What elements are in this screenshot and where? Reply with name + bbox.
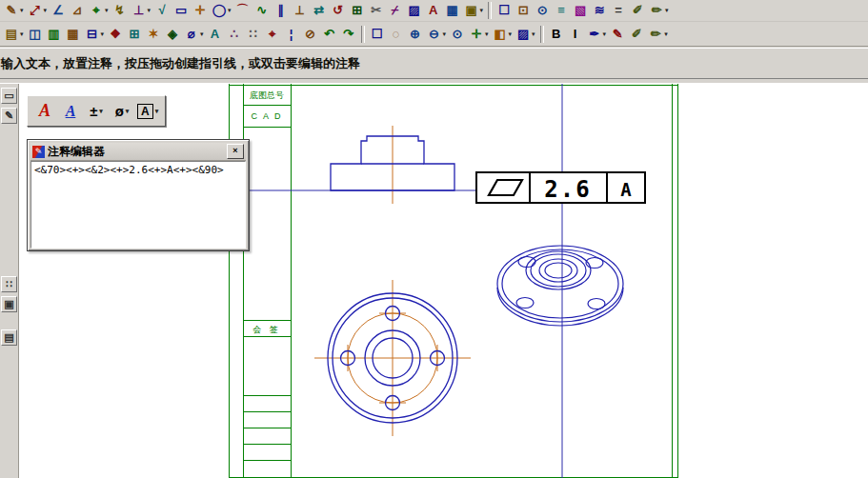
chevron-down-icon[interactable]: ▾ bbox=[148, 7, 151, 14]
chevron-down-icon[interactable]: ▾ bbox=[20, 7, 24, 14]
datum-symbol-icon[interactable]: ⊥ ▾ bbox=[130, 0, 153, 21]
spline-tool-icon[interactable]: ∿ bbox=[252, 0, 272, 21]
flange-axonometric-view[interactable] bbox=[497, 246, 623, 326]
perpendicular-line-icon[interactable]: ⟂ bbox=[291, 0, 310, 21]
bold-icon[interactable]: B bbox=[547, 24, 566, 45]
chevron-down-icon[interactable]: ▾ bbox=[155, 108, 159, 115]
point-style-icon[interactable]: ∴ bbox=[225, 24, 244, 45]
zoom-all-icon[interactable]: ⊙ bbox=[533, 0, 552, 21]
zoom-extents-icon[interactable]: ⊙ bbox=[448, 24, 467, 45]
pick-box-icon[interactable]: ◌ bbox=[387, 24, 406, 45]
snap-toggle-icon[interactable]: ⌖ bbox=[263, 24, 282, 45]
smart-dimension-icon[interactable]: ⤢ ▾ bbox=[26, 0, 50, 21]
explode-icon[interactable]: ✶ bbox=[144, 24, 163, 45]
chevron-down-icon[interactable]: ▾ bbox=[200, 30, 204, 38]
text-compose-tool[interactable]: A bbox=[34, 100, 55, 122]
erase-tool-icon[interactable]: ⊘ bbox=[301, 24, 320, 45]
grid-toggle-icon[interactable]: ∷ bbox=[244, 24, 263, 45]
chevron-down-icon[interactable]: ▾ bbox=[485, 30, 489, 38]
fill-color-icon[interactable]: ◧ ▾ bbox=[491, 24, 515, 45]
rotate-tool-icon[interactable]: ↺ bbox=[329, 0, 348, 21]
mirror-tool-icon[interactable]: ⇄ bbox=[310, 0, 329, 21]
layers-icon[interactable]: ≡ bbox=[552, 0, 571, 21]
ink-color-icon[interactable]: ✒ ▾ bbox=[585, 24, 609, 45]
chamfer-dimension-icon[interactable]: ⊿ bbox=[68, 0, 87, 21]
angle-dimension-icon[interactable]: ∠ bbox=[49, 0, 68, 21]
chevron-down-icon[interactable]: ▾ bbox=[665, 7, 669, 14]
chevron-down-icon[interactable]: ▾ bbox=[44, 7, 48, 14]
redo-icon[interactable]: ↷ bbox=[339, 24, 358, 45]
break-tool-icon[interactable]: ⌿ bbox=[386, 0, 405, 21]
highlight-pen-icon[interactable]: ✎ bbox=[608, 24, 627, 45]
leader-annotation-icon[interactable]: ↯ bbox=[111, 0, 130, 21]
center-mark-icon[interactable]: ✛ bbox=[191, 0, 210, 21]
insert-diameter-tool[interactable]: ø ▾ bbox=[111, 100, 132, 122]
italic-icon[interactable]: I bbox=[566, 24, 585, 45]
side-grid-tool-icon[interactable]: ∷ bbox=[1, 276, 17, 292]
linewidth-icon[interactable]: = bbox=[609, 0, 628, 21]
insert-plusminus-tool[interactable]: ± ▾ bbox=[86, 100, 107, 122]
table-tool-icon[interactable]: ▦ bbox=[443, 0, 462, 21]
chevron-down-icon[interactable]: ▾ bbox=[480, 7, 484, 14]
select-window-icon[interactable]: ☐ bbox=[495, 0, 514, 21]
chevron-down-icon[interactable]: ▾ bbox=[603, 30, 607, 38]
arc-tool-icon[interactable]: ⌒ bbox=[233, 0, 252, 21]
symbol-library-icon[interactable]: ❖ bbox=[106, 24, 125, 45]
hatch-tool-icon[interactable]: ▨ bbox=[405, 0, 424, 21]
side-select-tool-icon[interactable]: ▭ bbox=[1, 88, 17, 104]
dialog-titlebar[interactable]: ✎ 注释编辑器 × bbox=[30, 143, 246, 161]
chevron-down-icon[interactable]: ▾ bbox=[509, 30, 513, 38]
chevron-down-icon[interactable]: ▾ bbox=[99, 108, 103, 115]
toolbar-button-icon: ✎ bbox=[610, 27, 625, 42]
select-filter-icon[interactable]: ☐ bbox=[368, 24, 387, 45]
undo-icon[interactable]: ↶ bbox=[320, 24, 339, 45]
gdt-feature-control-frame[interactable]: 2.6 A bbox=[476, 172, 645, 203]
chevron-down-icon[interactable]: ▾ bbox=[664, 30, 668, 38]
dimension-style-icon[interactable]: ⌀ ▾ bbox=[182, 24, 206, 45]
title-block-icon[interactable]: ▥ bbox=[45, 24, 64, 45]
open-sheet-icon[interactable]: ▤ ▾ bbox=[2, 24, 26, 45]
linetype-icon[interactable]: ≋ bbox=[590, 0, 609, 21]
brush-icon[interactable]: ✐ bbox=[627, 24, 646, 45]
side-sheet-tool-icon[interactable]: ▤ bbox=[1, 329, 17, 346]
chevron-down-icon[interactable]: ▾ bbox=[532, 30, 535, 38]
chevron-down-icon[interactable]: ▾ bbox=[105, 7, 109, 14]
trim-tool-icon[interactable]: ✂ bbox=[367, 0, 386, 21]
array-tool-icon[interactable]: ⊞ bbox=[348, 0, 367, 21]
annotation-editor-text[interactable]: <&70><+><&2><+>2.6<+>A<+><&90> bbox=[30, 161, 246, 249]
pan-icon[interactable]: ✛ ▾ bbox=[467, 24, 491, 45]
tolerance-frame-icon[interactable]: ▭ bbox=[172, 0, 191, 21]
parallel-line-icon[interactable]: ∥ bbox=[272, 0, 291, 21]
close-icon[interactable]: × bbox=[227, 144, 244, 159]
frame-settings-icon[interactable]: ◫ bbox=[26, 24, 45, 45]
ortho-toggle-icon[interactable]: ¦ bbox=[282, 24, 301, 45]
parts-list-icon[interactable]: ▦ bbox=[64, 24, 83, 45]
text-edit-tool[interactable]: A bbox=[60, 100, 81, 122]
pen-style-icon[interactable]: ✐ bbox=[628, 0, 647, 21]
side-text-tool-icon[interactable]: ✎ bbox=[1, 108, 17, 124]
insert-block-icon[interactable]: ⊞ bbox=[125, 24, 144, 45]
chevron-down-icon[interactable]: ▾ bbox=[228, 7, 232, 14]
zoom-out-icon[interactable]: ⊖ ▾ bbox=[425, 24, 449, 45]
pen-style-alt-icon[interactable]: ✏ ▾ bbox=[647, 0, 671, 21]
text-tool-icon[interactable]: A bbox=[424, 0, 443, 21]
insert-boxed-text-tool[interactable]: A ▾ bbox=[137, 100, 158, 122]
bom-table-icon[interactable]: ⊟ ▾ bbox=[83, 24, 107, 45]
chevron-down-icon[interactable]: ▾ bbox=[101, 30, 105, 38]
text-style-icon[interactable]: A bbox=[206, 24, 225, 45]
zoom-in-icon[interactable]: ⊕ bbox=[406, 24, 425, 45]
circle-tool-icon[interactable]: ◯ ▾ bbox=[210, 0, 233, 21]
roughness-symbol-icon[interactable]: √ bbox=[152, 0, 172, 21]
zoom-window-icon[interactable]: ⊡ bbox=[514, 0, 533, 21]
side-block-tool-icon[interactable]: ▣ bbox=[1, 296, 17, 312]
chevron-down-icon[interactable]: ▾ bbox=[126, 108, 130, 115]
chevron-down-icon[interactable]: ▾ bbox=[20, 30, 24, 38]
pencil-dimension-icon[interactable]: ✎ ▾ bbox=[2, 0, 26, 21]
eyedropper-icon[interactable]: ✏ ▾ bbox=[646, 24, 670, 45]
chevron-down-icon[interactable]: ▾ bbox=[443, 30, 447, 38]
block-tool-icon[interactable]: ▣ ▾ bbox=[462, 0, 486, 21]
coordinate-dimension-icon[interactable]: ⌖ ▾ bbox=[87, 0, 111, 21]
group-icon[interactable]: ◈ bbox=[163, 24, 182, 45]
outline-color-icon[interactable]: ▨ ▾ bbox=[514, 24, 537, 45]
color-swatch-icon[interactable]: ▧ bbox=[571, 0, 590, 21]
